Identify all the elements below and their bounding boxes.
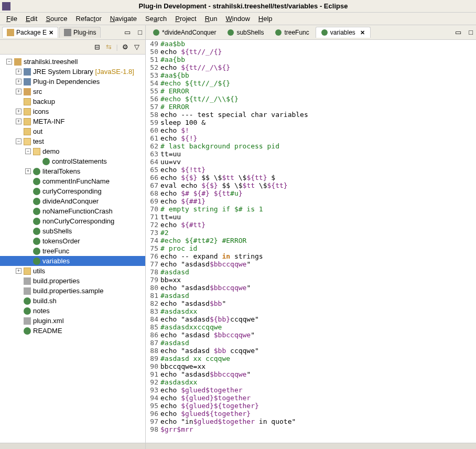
tree-item-notes[interactable]: notes (0, 306, 145, 316)
close-icon[interactable]: ✕ (360, 29, 365, 36)
menu-edit[interactable]: Edit (26, 15, 37, 23)
tree-item-tokensorder[interactable]: tokensOrder (0, 236, 145, 246)
code-line[interactable]: 98$grr$mrr (148, 425, 476, 433)
expand-icon[interactable]: + (16, 89, 21, 94)
code-line[interactable]: 82echo "asdasd$bb" (148, 300, 476, 307)
tree-item-build-properties-sample[interactable]: build.properties.sample (0, 286, 145, 296)
code-line[interactable]: 50echo ${tt//_/{} (148, 48, 476, 56)
code-line[interactable]: 72echo ${#tt} (148, 221, 476, 229)
code-line[interactable]: 55# ERROR (148, 87, 476, 95)
expand-icon[interactable]: − (16, 138, 21, 144)
code-line[interactable]: 78#asdasd (148, 268, 476, 276)
code-line[interactable]: 92#asdasdxx (148, 378, 476, 386)
code-line[interactable]: 68echo $# ${#} ${tt#u} (148, 189, 476, 197)
code-line[interactable]: 91echo "asdasd$bbccqqwe" (148, 370, 476, 378)
expand-icon[interactable]: + (16, 119, 21, 124)
minimize-icon[interactable]: ▭ (452, 28, 464, 36)
editor-horizontal-scrollbar[interactable] (146, 443, 476, 449)
menu-help[interactable]: Help (258, 15, 273, 23)
code-line[interactable]: 74#echo ${#tt#2} #ERROR (148, 237, 476, 244)
editor-tab-variables[interactable]: variables✕ (316, 27, 371, 38)
editor-tab-subShells[interactable]: subShells (222, 27, 269, 38)
code-line[interactable]: 93echo $glued$together (148, 386, 476, 394)
tree-item-subshells[interactable]: subShells (0, 226, 145, 236)
code-line[interactable]: 58echo --- test special char variables (148, 111, 476, 119)
code-line[interactable]: 61echo ${!} (148, 134, 476, 142)
tree-item-test[interactable]: −test (0, 136, 145, 146)
code-line[interactable]: 65echo ${!tt} (148, 166, 476, 174)
menu-refactor[interactable]: Refactor (76, 15, 102, 23)
expand-icon[interactable]: + (16, 268, 21, 274)
code-line[interactable]: 97echo "in$glued$together in quote" (148, 418, 476, 425)
code-line[interactable]: 71tt=uu (148, 213, 476, 221)
tree-item-meta-inf[interactable]: +META-INF (0, 116, 145, 126)
code-line[interactable]: 63tt=uu (148, 150, 476, 158)
collapse-all-icon[interactable]: ⊟ (93, 43, 102, 51)
tree-item-strahilski-treeshell[interactable]: −strahilski.treeshell (0, 57, 145, 67)
tree-item-literaltokens[interactable]: +literalTokens (0, 166, 145, 176)
tree-item-plug-in-dependencies[interactable]: +Plug-in Dependencies (0, 77, 145, 87)
tree-item-build-sh[interactable]: build.sh (0, 296, 145, 306)
code-line[interactable]: 81#asdasd (148, 292, 476, 300)
menu-search[interactable]: Search (145, 15, 167, 23)
code-line[interactable]: 62# last background process pid (148, 142, 476, 150)
tree-item-curlycorresponding[interactable]: curlyCorresponding (0, 186, 145, 196)
tree-item-backup[interactable]: backup (0, 97, 145, 106)
menu-run[interactable]: Run (205, 15, 218, 23)
code-line[interactable]: 83#asdasdxx (148, 307, 476, 315)
tree-item-jre-system-library[interactable]: +JRE System Library [JavaSE-1.8] (0, 67, 145, 77)
tree-item-noncurlycorresponding[interactable]: nonCurlyCorresponding (0, 216, 145, 226)
expand-icon[interactable]: + (16, 69, 21, 74)
tree-item-plugin-xml[interactable]: plugin.xml (0, 316, 145, 326)
code-line[interactable]: 57# ERROR (148, 103, 476, 111)
tree-item-nonamefunctioncrash[interactable]: noNameFunctionCrash (0, 206, 145, 216)
code-line[interactable]: 80echo "asdasd$bbccqqwe" (148, 284, 476, 292)
code-line[interactable]: 87#asdasd (148, 339, 476, 347)
expand-icon[interactable]: + (16, 109, 21, 114)
maximize-icon[interactable]: □ (135, 28, 145, 36)
tree-item-readme[interactable]: README (0, 326, 145, 336)
tree-item-treefunc[interactable]: treeFunc (0, 246, 145, 256)
code-line[interactable]: 90bbccqqwe=xx (148, 362, 476, 370)
code-line[interactable]: 94echo ${glued}$together (148, 394, 476, 402)
code-line[interactable]: 88echo "asdasd $bb ccqqwe" (148, 347, 476, 355)
menu-source[interactable]: Source (46, 15, 67, 23)
tree-item-variables[interactable]: variables (0, 256, 145, 266)
expand-icon[interactable]: − (6, 59, 12, 65)
code-line[interactable]: 56#echo ${tt//_/\\${} (148, 95, 476, 103)
expand-icon[interactable]: − (25, 148, 31, 154)
code-line[interactable]: 67eval echo ${$} $$ \$$tt \$${tt} (148, 181, 476, 189)
code-line[interactable]: 49#aa$bb (148, 40, 476, 48)
tree-item-build-properties[interactable]: build.properties (0, 276, 145, 286)
code-line[interactable]: 54#echo ${tt//_/${} (148, 79, 476, 87)
tree-item-src[interactable]: +src (0, 87, 145, 97)
menu-file[interactable]: File (6, 15, 17, 23)
view-menu-icon[interactable]: ▽ (133, 43, 141, 51)
code-line[interactable]: 84echo "asdasd${bb}ccqqwe" (148, 315, 476, 323)
tree-item-utils[interactable]: +utils (0, 266, 145, 276)
code-line[interactable]: 89#asdasd xx ccqqwe (148, 355, 476, 362)
code-line[interactable]: 66echo ${$} $$ \$$tt \$${tt} $ (148, 174, 476, 181)
code-line[interactable]: 60echo $! (148, 126, 476, 134)
code-line[interactable]: 53#aa${bb (148, 71, 476, 79)
tab-package-explorer[interactable]: Package E ✕ (2, 27, 58, 38)
menu-navigate[interactable]: Navigate (110, 15, 137, 23)
code-line[interactable]: 76echo -- expand in strings (148, 252, 476, 260)
tree-item-commentinfuncname[interactable]: commentInFuncName (0, 176, 145, 186)
code-editor[interactable]: 49#aa$bb50echo ${tt//_/{}51#aa{bb52echo … (146, 40, 476, 443)
filter-icon[interactable]: ⚙ (121, 43, 129, 51)
menu-window[interactable]: Window (226, 15, 250, 23)
code-line[interactable]: 77echo "asdasd$bbccqqwe" (148, 260, 476, 268)
package-tree[interactable]: −strahilski.treeshell+JRE System Library… (0, 55, 145, 443)
link-editor-icon[interactable]: ⇆ (105, 43, 113, 51)
code-line[interactable]: 79bb=xx (148, 276, 476, 284)
code-line[interactable]: 69echo ${##1} (148, 197, 476, 205)
tree-item-out[interactable]: out (0, 126, 145, 136)
code-line[interactable]: 75# proc id (148, 244, 476, 252)
horizontal-scrollbar[interactable] (0, 443, 145, 449)
maximize-icon[interactable]: □ (466, 28, 476, 36)
tab-plugins[interactable]: Plug-ins (59, 27, 101, 38)
menu-project[interactable]: Project (175, 15, 196, 23)
minimize-icon[interactable]: ▭ (121, 28, 134, 36)
code-line[interactable]: 73#2 (148, 229, 476, 237)
